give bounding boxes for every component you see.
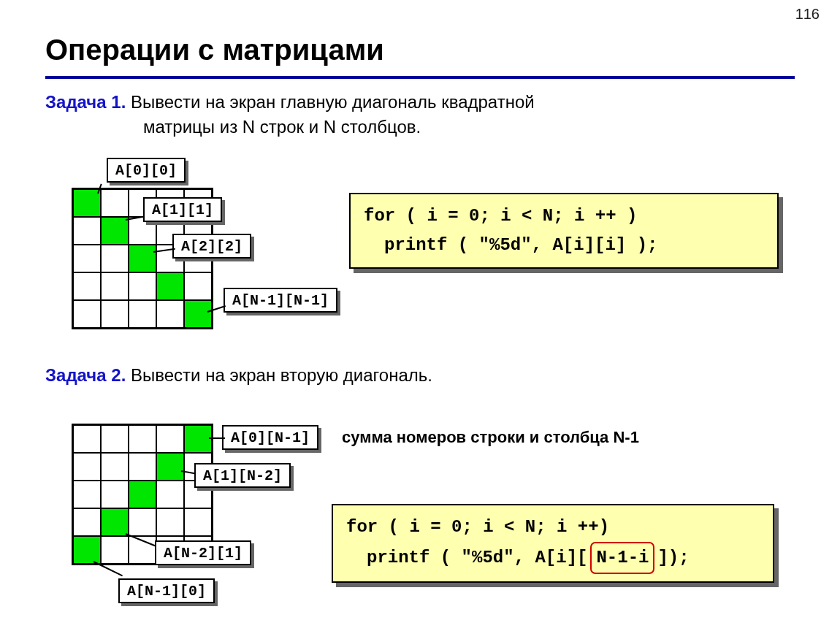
task2-label: Задача 2. — [45, 365, 126, 385]
code2-line1: for ( i = 0; i < N; i ++) — [346, 513, 760, 542]
code2-l2a: printf ( "%5d", A[i][ — [367, 548, 587, 567]
callout-an21: A[N-2][1] — [155, 540, 251, 565]
code2-highlight: N-1-i — [590, 542, 654, 574]
task1-label: Задача 1. — [45, 92, 126, 112]
callout-ann: A[N-1][N-1] — [224, 288, 337, 313]
task1-text1: Вывести на экран главную диагональ квадр… — [126, 92, 534, 112]
code2-l2c: ]); — [657, 548, 689, 567]
callout-a11: A[1][1] — [143, 197, 222, 222]
task2-line: Задача 2. Вывести на экран вторую диагон… — [45, 365, 432, 386]
note-sum: сумма номеров строки и столбца N-1 — [342, 428, 639, 447]
code1-line2: printf ( "%5d", A[i][i] ); — [384, 231, 764, 260]
callout-a1n2: A[1][N-2] — [194, 463, 291, 488]
code1-line1: for ( i = 0; i < N; i ++ ) — [364, 202, 764, 231]
task1-line2: матрицы из N строк и N столбцов. — [143, 117, 421, 137]
conn — [209, 437, 225, 439]
callout-a00: A[0][0] — [107, 158, 186, 183]
page-number: 116 — [795, 6, 820, 23]
callout-an10: A[N-1][0] — [118, 578, 215, 603]
task1-line1: Задача 1. Вывести на экран главную диаго… — [45, 92, 535, 112]
callout-a22: A[2][2] — [172, 234, 251, 259]
code2-line2: printf ( "%5d", A[i][N-1-i]); — [367, 542, 760, 574]
callout-a0n1: A[0][N-1] — [222, 425, 318, 450]
task2-text: Вывести на экран вторую диагональ. — [126, 365, 432, 385]
title-rule — [45, 76, 795, 79]
code-block-1: for ( i = 0; i < N; i ++ ) printf ( "%5d… — [349, 193, 779, 269]
code-block-2: for ( i = 0; i < N; i ++) printf ( "%5d"… — [332, 504, 774, 583]
page-title: Операции с матрицами — [45, 34, 384, 66]
